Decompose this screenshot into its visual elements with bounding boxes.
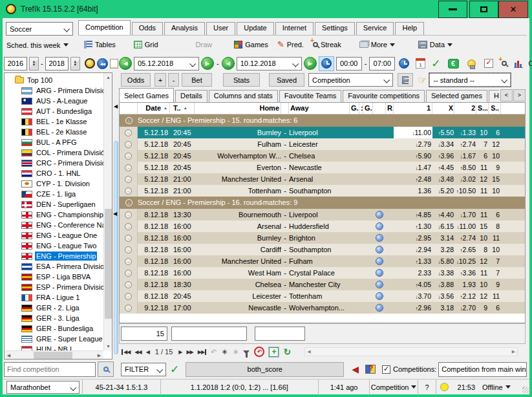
tree-item-competition[interactable]: ENG - League Two (5, 241, 103, 251)
minus-button[interactable]: - (168, 73, 179, 87)
nav-fast-forward-button[interactable]: ▶▶ (186, 349, 193, 355)
coin-icon[interactable] (85, 58, 95, 69)
row-gutter[interactable]: → (120, 220, 138, 232)
tree-item-competition[interactable]: ENG - League One (5, 230, 103, 241)
table-row[interactable]: → 5.12.18 21:00 Tottenham - Southampton … (120, 185, 525, 197)
date-from-prev-icon[interactable]: ◀ (119, 57, 132, 70)
table-row[interactable]: → 5.12.18 20:45 Fulham - Leicester ↓2.79 (120, 138, 525, 150)
games-button[interactable]: Games (231, 40, 270, 49)
row-gutter[interactable]: → (120, 185, 138, 197)
scroll-left-icon[interactable]: ◀ (5, 351, 13, 359)
header-odds-1[interactable]: 1 (394, 103, 432, 114)
filter-apply-check-icon[interactable] (170, 363, 179, 376)
tree-item-competition[interactable]: GER - 2. Liga (5, 303, 103, 313)
table-row[interactable]: → 9.12.18 17:00 Newcastle - Wolverhampto… (120, 302, 525, 314)
grid-button[interactable]: Grid (131, 40, 161, 49)
streak-button[interactable]: +Streak (310, 40, 344, 49)
filter-preset-button[interactable]: both_score (186, 362, 344, 377)
table-row[interactable]: → 8.12.18 16:00 Arsenal - Huddersfield ↑… (120, 220, 525, 232)
season-from-input[interactable]: 2016 (4, 57, 27, 70)
time-reset-button[interactable] (397, 56, 411, 71)
tree-item-competition[interactable]: GER - Bundesliga (5, 323, 103, 334)
scrollbar-thumb[interactable] (34, 352, 72, 359)
menu-tab[interactable]: Competition (78, 20, 131, 35)
zoom-search-icon[interactable]: + (502, 59, 507, 67)
tree-item-competition[interactable]: AUS - A-League (5, 96, 103, 106)
header-home[interactable]: Home (195, 103, 281, 114)
scrollbar-thumb[interactable] (105, 209, 112, 319)
checklist-icon[interactable] (484, 59, 493, 68)
view-tab[interactable]: Details (175, 90, 207, 102)
menu-tab[interactable]: Update (237, 22, 273, 35)
date-to-next-icon[interactable]: ▶ (304, 57, 317, 70)
close-button[interactable]: ✕ (498, 1, 528, 18)
menu-tab[interactable]: Settings (315, 22, 355, 35)
notes-icon[interactable] (110, 59, 118, 69)
date-from-next-icon[interactable]: ▶ (201, 57, 214, 70)
tree-item-competition[interactable]: AUT - Bundesliga (5, 106, 103, 116)
globe-icon[interactable] (376, 211, 383, 219)
tables-button[interactable]: Tables (81, 40, 118, 49)
back-arrow-icon[interactable]: ◀ (352, 364, 359, 374)
tree-item-competition[interactable]: BEL - 2e Klasse (5, 127, 103, 137)
tab-scroll-right-button[interactable]: > (513, 89, 526, 102)
table-horizontal-scrollbar[interactable]: ◀ ▶ (304, 347, 518, 356)
standard-preset-select[interactable]: -- standard -- (429, 73, 511, 87)
panel-collapse-arrow-icon[interactable]: ◀ (114, 103, 118, 109)
mode-dropdown[interactable]: Competition (370, 380, 418, 395)
row-gutter[interactable]: → (120, 279, 138, 290)
find-competition-input[interactable] (4, 362, 96, 377)
tree-item-competition[interactable]: ARG - Primera Division (5, 85, 103, 96)
row-gutter[interactable]: → (120, 150, 138, 162)
table-row[interactable]: → 8.12.18 16:00 Burnley - Brighton ↓2.95 (120, 232, 525, 244)
stats-button[interactable]: Stats (223, 73, 260, 87)
globe-icon[interactable] (376, 234, 383, 242)
view-tab[interactable]: Selected games (426, 90, 487, 102)
tree-item-competition[interactable]: GER - 3. Liga (5, 313, 103, 323)
tree-item-competition[interactable]: ENG - Conference Nat (5, 220, 103, 230)
header-time[interactable]: T.. (170, 103, 195, 114)
panel-splitter[interactable] (114, 141, 118, 354)
header-date[interactable]: Date (138, 103, 170, 114)
table-row[interactable]: → 8.12.18 18:30 Chelsea - Manchester Cit… (120, 279, 525, 290)
table-row[interactable]: → 8.12.18 16:00 West Ham - Crystal Palac… (120, 267, 525, 279)
row-gutter[interactable]: → (120, 209, 138, 220)
table-row[interactable]: → 8.12.18 13:30 Bournemouth - Liverpool … (120, 209, 525, 220)
competition-source-select[interactable]: Competition from main win (438, 362, 527, 377)
globe-icon[interactable] (376, 304, 383, 312)
menu-tab[interactable]: User (206, 22, 235, 35)
euro-icon[interactable] (448, 59, 459, 69)
row-gutter[interactable]: → (120, 173, 138, 185)
scroll-down-icon[interactable]: ▼ (104, 342, 112, 350)
header-s1[interactable]: S... (476, 103, 489, 114)
tree-item-competition[interactable]: ESP - Primera Division (5, 282, 103, 292)
group-header-row[interactable]: ↓ Soccer / ENG - Premiership - 15. round… (120, 114, 525, 127)
scroll-right-icon[interactable]: ▶ (95, 351, 103, 359)
globe-icon[interactable] (376, 257, 383, 265)
schedule-dropdown[interactable]: Sched. this week (5, 39, 78, 51)
filter-funnel-icon[interactable] (243, 350, 250, 354)
nav-last-button[interactable]: ▶▶ (198, 349, 206, 355)
tree-item-competition[interactable]: HUN - NB I (5, 344, 103, 350)
time-from-input[interactable] (336, 57, 362, 70)
header-away[interactable]: Away (289, 103, 350, 114)
more-dropdown[interactable]: More (357, 40, 398, 50)
bookmaker-select[interactable]: Marathonbet (6, 381, 80, 394)
table-row[interactable]: → 5.12.18 20:45 Burnley - Liverpool ↓11.… (120, 127, 525, 138)
globe-icon[interactable] (376, 281, 383, 288)
saved-button[interactable]: Saved (269, 73, 304, 87)
splitter-collapse-icon[interactable]: ◀ (113, 211, 117, 217)
table-row[interactable]: → 8.12.18 16:00 Cardiff - Southampton ↓2… (120, 244, 525, 255)
date-from-select[interactable]: 05.12.2018 (134, 57, 199, 70)
nav-fast-back-button[interactable]: ◀◀ (134, 349, 141, 355)
row-gutter[interactable]: → (120, 232, 138, 244)
tree-item-competition[interactable]: COL - Primera División (5, 147, 103, 158)
calendar-icon[interactable] (416, 58, 425, 69)
menu-tab[interactable]: Internet (275, 22, 314, 35)
filter-select[interactable]: FILTER (121, 363, 166, 376)
menu-tab[interactable]: Help (395, 22, 424, 35)
menu-tab[interactable]: Service (356, 22, 394, 35)
tree-item-competition[interactable]: CRC - Primera Division (5, 158, 103, 168)
tree-item-competition[interactable]: CZE - 1. liga (5, 189, 103, 199)
sport-select[interactable]: Soccer (6, 22, 73, 36)
